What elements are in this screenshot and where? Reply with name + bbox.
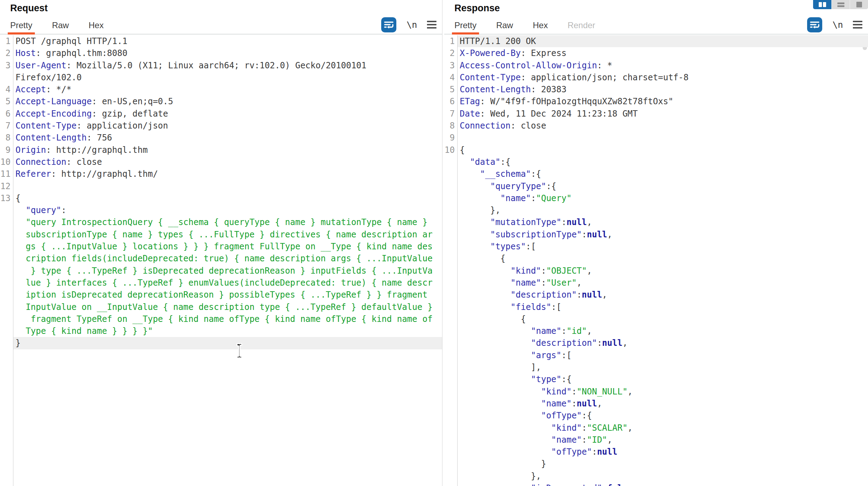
- word-wrap-icon: [381, 17, 397, 33]
- code-line: }: [0, 337, 442, 349]
- tab-pretty[interactable]: Pretty: [9, 17, 34, 34]
- line-number: [444, 422, 455, 434]
- line-number: 2: [444, 47, 455, 59]
- code-line: 3Access-Control-Allow-Origin: *: [444, 60, 868, 71]
- layout-split-columns-button[interactable]: [813, 0, 831, 9]
- code-line: subscriptionType { name } types { ...Ful…: [0, 229, 442, 241]
- code-line: 5Accept-Language: en-US,en;q=0.5: [0, 95, 442, 107]
- request-newline-toggle-button[interactable]: \n: [407, 20, 417, 30]
- line-number: 5: [0, 95, 11, 107]
- code-line: "subscriptionType":null,: [444, 229, 868, 241]
- code-line: "queryType":{: [444, 180, 868, 192]
- line-number: 3: [0, 60, 11, 71]
- hamburger-icon: [427, 21, 436, 22]
- code-line: lue } interfaces { ...TypeRef } enumValu…: [0, 277, 442, 289]
- line-number: [0, 71, 11, 83]
- code-line: "mutationType":null,: [444, 216, 868, 228]
- line-number: [0, 216, 11, 228]
- code-line: },: [444, 470, 868, 482]
- code-line: "types":[: [444, 241, 868, 253]
- code-line: "kind":"OBJECT",: [444, 265, 868, 277]
- layout-split-rows-button[interactable]: [831, 0, 850, 9]
- single-pane-icon: [856, 2, 862, 7]
- line-number: [444, 482, 455, 486]
- hamburger-icon: [853, 21, 862, 22]
- line-number: [444, 156, 455, 168]
- line-number: [444, 265, 455, 277]
- line-number: 9: [444, 132, 455, 144]
- line-number: [444, 410, 455, 422]
- layout-switcher: [813, 0, 868, 9]
- request-tabs: PrettyRawHex: [9, 17, 105, 34]
- code-line: 9Origin: http://graphql.thm: [0, 144, 442, 156]
- line-number: [444, 313, 455, 325]
- line-number: [444, 253, 455, 264]
- line-number: 8: [0, 132, 11, 144]
- tab-pretty[interactable]: Pretty: [453, 17, 478, 34]
- code-line: "name":null,: [444, 398, 868, 410]
- request-editor-menu-button[interactable]: [427, 21, 436, 29]
- code-line: 5Content-Length: 20383: [444, 83, 868, 95]
- tab-hex[interactable]: Hex: [87, 17, 105, 34]
- code-line: gs { ...InputValue } locations } } } fra…: [0, 241, 442, 253]
- line-number: [444, 446, 455, 458]
- line-number: 1: [444, 35, 455, 47]
- line-number: [0, 229, 11, 241]
- request-word-wrap-toggle-button[interactable]: [381, 17, 397, 33]
- tab-render: Render: [566, 17, 597, 34]
- code-line: 11Referer: http://graphql.thm/: [0, 168, 442, 180]
- code-line: 7Content-Type: application/json: [0, 120, 442, 132]
- line-number: [444, 277, 455, 289]
- line-number: [0, 289, 11, 301]
- response-editor[interactable]: 1HTTP/1.1 200 OK2X-Powered-By: Express3A…: [444, 35, 868, 486]
- request-panel: Request PrettyRawHex \n 1POST /graphql H…: [0, 0, 442, 486]
- tab-raw[interactable]: Raw: [51, 17, 70, 34]
- response-word-wrap-toggle-button[interactable]: [807, 17, 823, 33]
- code-line: "name":"Query": [444, 192, 868, 204]
- line-number: [444, 216, 455, 228]
- line-number: [444, 289, 455, 301]
- request-panel-title: Request: [10, 3, 48, 14]
- code-line: "args":[: [444, 349, 868, 361]
- code-line: "description":null,: [444, 337, 868, 349]
- line-number: 1: [0, 35, 11, 47]
- code-line: 10Connection: close: [0, 156, 442, 168]
- code-line: 2X-Powered-By: Express: [444, 47, 868, 59]
- code-line: "name":"User",: [444, 277, 868, 289]
- code-line: 10{: [444, 144, 868, 156]
- request-editor[interactable]: 1POST /graphql HTTP/1.12Host: graphql.th…: [0, 35, 442, 486]
- line-number: [444, 434, 455, 446]
- code-line: "ofType":{: [444, 410, 868, 422]
- line-number: 6: [444, 95, 455, 107]
- code-line: iption isDeprecated deprecationReason } …: [0, 289, 442, 301]
- request-tabbar: PrettyRawHex \n: [0, 17, 442, 35]
- code-line: "fields":[: [444, 301, 868, 313]
- response-tabbar: PrettyRawHexRender \n: [444, 17, 868, 35]
- response-editor-menu-button[interactable]: [853, 21, 862, 29]
- line-number: 4: [444, 71, 455, 83]
- line-number: [444, 325, 455, 337]
- response-newline-toggle-button[interactable]: \n: [832, 20, 843, 30]
- layout-single-pane-button[interactable]: [850, 0, 868, 9]
- line-number: [444, 337, 455, 349]
- code-line: "data":{: [444, 156, 868, 168]
- code-line: 2Host: graphql.thm:8080: [0, 47, 442, 59]
- line-number: [0, 325, 11, 337]
- line-number: 11: [0, 168, 11, 180]
- code-line: {: [444, 253, 868, 264]
- code-line: Type { kind name } } } }": [0, 325, 442, 337]
- line-number: 7: [0, 120, 11, 132]
- line-number: [444, 168, 455, 180]
- code-line: 9: [444, 132, 868, 144]
- tab-hex[interactable]: Hex: [532, 17, 549, 34]
- line-number: 8: [444, 120, 455, 132]
- code-line: "description":null,: [444, 289, 868, 301]
- line-number: [0, 265, 11, 277]
- line-number: 5: [444, 83, 455, 95]
- word-wrap-icon: [807, 17, 823, 33]
- line-number: [0, 313, 11, 325]
- code-line: "kind":"NON_NULL",: [444, 386, 868, 398]
- line-number: [0, 337, 11, 349]
- tab-raw[interactable]: Raw: [495, 17, 515, 34]
- line-number: 13: [0, 192, 11, 204]
